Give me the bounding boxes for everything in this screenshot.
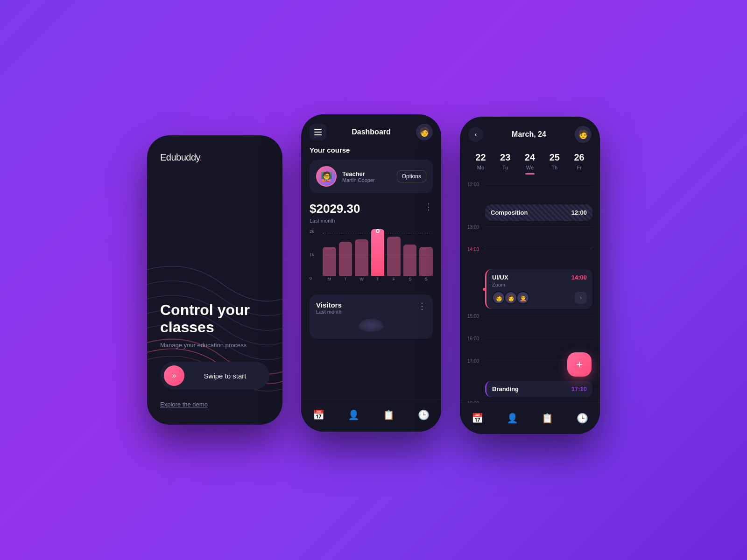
dashboard-header: Dashboard 🧑 [301,114,441,146]
cal-day-23[interactable]: 23 Tu [495,152,515,175]
menu-button[interactable] [310,124,326,140]
event-uiux-wrapper: UI/UX 14:00 Zoom 🧑 👩 🧑‍🦱 › [467,269,592,309]
course-info: 🧑‍🏫 Teacher Martin Cooper [316,166,375,187]
event-uiux-sub: Zoom [492,282,587,287]
bar-saturday: S [403,229,417,281]
cal-day-25[interactable]: 25 Th [544,152,565,175]
bar-sunday: S [419,229,433,281]
cal-day-22[interactable]: 22 Mo [470,152,491,175]
time-row-14: 14:00 [467,245,592,267]
event-composition[interactable]: Composition 12:00 [485,204,592,221]
visitors-period: Last month [316,309,342,315]
sub-headline: Manage your education process [160,342,269,349]
nav-calendar-icon[interactable]: 📅 [310,406,328,424]
time-label-16: 16:00 [467,334,485,341]
nav-notes-icon[interactable]: 📋 [380,406,398,424]
chart-y-axis: 2k 1k 0 [310,229,320,280]
app-logo: Edubuddy. [160,152,269,163]
nav3-notes-icon[interactable]: 📋 [538,409,557,427]
bar-thursday-active: T [371,229,385,281]
y-label-1k: 1k [310,252,320,257]
phone-dashboard: Dashboard 🧑 Your course 🧑‍🏫 Teacher Mart… [301,114,441,432]
event-branding[interactable]: Branding 17:10 [485,381,592,397]
swipe-arrow-icon: » [164,365,184,386]
nav-activity-icon[interactable]: 🕒 [415,406,433,424]
swipe-label: Swipe to start [184,372,266,380]
more-options-icon[interactable]: ⋮ [424,202,433,212]
user-avatar[interactable]: 🧑 [416,124,433,140]
earnings-row: $2029.30 ⋮ [310,202,433,216]
visitors-more-icon[interactable]: ⋮ [418,301,426,311]
active-dot [376,229,380,233]
event-composition-time: 12:00 [571,209,587,216]
dashboard-body: Your course 🧑‍🏫 Teacher Martin Cooper Op… [301,146,441,399]
phone-onboarding: Edubuddy. Control your classes Manage yo… [147,135,282,425]
nav3-activity-icon[interactable]: 🕒 [573,409,592,427]
event-uiux-time: 14:00 [571,274,587,281]
calendar-user-avatar[interactable]: 🧑 [575,126,592,143]
course-section-label: Your course [310,146,433,154]
time-row-15: 15:00 [467,312,592,334]
time-label-13: 13:00 [467,223,485,230]
time-label-14: 14:00 [467,245,485,252]
visitors-text-block: Visitors Last month [316,301,342,315]
explore-demo-link[interactable]: Explore the demo [160,401,269,408]
attendee-avatar-2: 👩 [504,291,517,304]
calendar-header: ‹ March, 24 🧑 [460,117,600,148]
month-label: March, 24 [512,130,546,139]
cal-day-26[interactable]: 26 Fr [569,152,590,175]
options-button[interactable]: Options [397,170,426,182]
today-indicator [525,173,535,175]
earnings-period: Last month [310,218,433,224]
cal-day-24-today[interactable]: 24 We [520,152,540,175]
bottom-navigation: 📅 👤 📋 🕒 [301,399,441,432]
event-branding-time: 17:10 [571,385,587,392]
teacher-name-block: Teacher Martin Cooper [342,170,375,183]
nav-profile-icon[interactable]: 👤 [345,406,363,424]
teacher-label: Teacher [342,170,375,177]
dashboard-title: Dashboard [352,128,391,136]
add-event-fab[interactable]: + [567,352,592,377]
bar-monday: M [323,229,336,281]
nav3-profile-icon[interactable]: 👤 [503,409,522,427]
time-label-17: 17:00 [467,357,485,364]
y-label-2k: 2k [310,229,320,234]
bottom-navigation-3: 📅 👤 📋 🕒 [460,403,600,434]
earnings-chart: 2k 1k 0 M T W [310,229,433,290]
bar-tuesday1: T [339,229,352,281]
time-label-12: 12:00 [467,180,485,187]
attendee-avatar-1: 🧑 [492,291,505,304]
time-row-12: 12:00 [467,180,592,203]
swipe-to-start-button[interactable]: » Swipe to start [160,362,269,390]
bar-wednesday: W [355,229,368,281]
event-branding-title: Branding [492,385,519,392]
event-avatars: 🧑 👩 🧑‍🦱 › [492,291,587,304]
visitors-header: Visitors Last month ⋮ [316,301,426,315]
back-button[interactable]: ‹ [468,127,483,142]
earnings-amount: $2029.30 [310,202,360,216]
bar-friday: F [387,229,401,281]
visitors-title: Visitors [316,301,342,309]
time-row-18: 18:00 [467,399,592,403]
phone-schedule: ‹ March, 24 🧑 22 Mo 23 Tu 24 We 25 Th [460,117,600,434]
visitors-donut-chart [357,318,385,332]
visitors-card: Visitors Last month ⋮ [310,294,433,339]
calendar-dates: 22 Mo 23 Tu 24 We 25 Th 26 Fr [460,148,600,180]
attendee-avatar-3: 🧑‍🦱 [516,291,529,304]
main-headline: Control your classes [160,301,269,336]
event-composition-title: Composition [491,209,528,216]
teacher-name: Martin Cooper [342,177,375,183]
teacher-avatar: 🧑‍🏫 [316,166,337,187]
nav3-calendar-icon[interactable]: 📅 [468,409,487,427]
event-uiux-title: UI/UX [492,274,508,281]
event-uiux[interactable]: UI/UX 14:00 Zoom 🧑 👩 🧑‍🦱 › [485,269,592,309]
time-label-15: 15:00 [467,312,485,319]
time-row-13: 13:00 [467,223,592,245]
attendees-expand-button[interactable]: › [575,292,587,304]
chart-bars: M T W T [323,229,433,290]
time-label-18: 18:00 [467,399,485,403]
y-label-0: 0 [310,276,320,280]
course-card[interactable]: 🧑‍🏫 Teacher Martin Cooper Options [310,160,433,193]
schedule-body: 12:00 Composition 12:00 13:00 14:00 [460,180,600,403]
